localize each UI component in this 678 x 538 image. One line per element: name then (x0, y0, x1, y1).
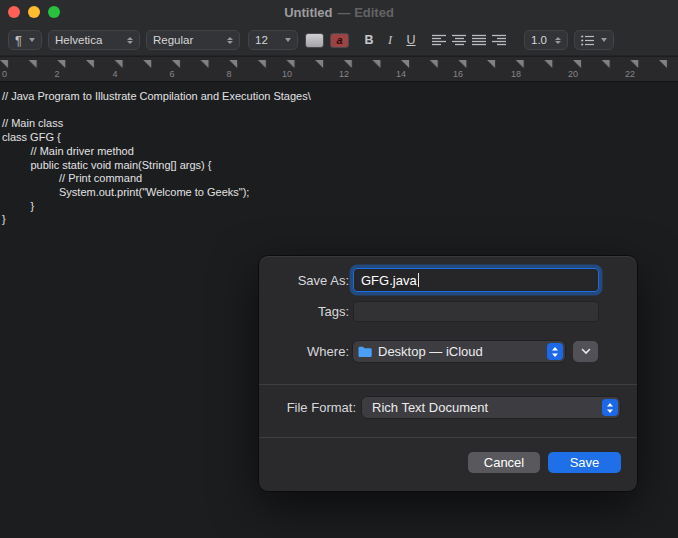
paragraph-style-popup[interactable]: ¶ (8, 30, 42, 50)
align-right-button[interactable] (492, 30, 507, 50)
tab-stop-markers[interactable] (0, 59, 678, 69)
where-value: Desktop — iCloud (378, 344, 547, 359)
chevron-up-down-icon (227, 37, 233, 44)
code-line: // Java Program to Illustrate Compilatio… (2, 90, 678, 104)
where-popup[interactable]: Desktop — iCloud (353, 341, 565, 362)
ruler-number: 22 (625, 69, 635, 79)
expand-dialog-button[interactable] (573, 341, 598, 362)
file-format-value: Rich Text Document (372, 400, 602, 415)
list-style-popup[interactable] (574, 30, 614, 50)
ruler-number: 16 (453, 69, 463, 79)
ruler-number: 20 (568, 69, 578, 79)
font-family-popup[interactable]: Helvetica (48, 30, 140, 50)
align-left-icon (432, 34, 447, 46)
code-line: } (2, 213, 678, 227)
save-as-label: Save As: (259, 273, 349, 288)
text-color-well[interactable] (305, 30, 324, 50)
where-label: Where: (259, 344, 349, 359)
align-right-icon (492, 34, 507, 46)
code-line (2, 104, 678, 118)
code-line: // Main class (2, 117, 678, 131)
font-size-value: 12 (255, 34, 268, 46)
chevron-down-icon (601, 38, 607, 42)
font-style-value: Regular (153, 34, 193, 46)
font-size-popup[interactable]: 12 (248, 30, 298, 50)
chevron-down-icon (581, 348, 591, 355)
tags-label: Tags: (259, 304, 349, 319)
underline-button[interactable]: U (402, 30, 420, 50)
format-toolbar: ¶ Helvetica Regular 12 a B I U (0, 24, 678, 56)
ruler-number: 14 (396, 69, 406, 79)
chevron-up-down-icon (547, 343, 563, 360)
text-color-swatch-icon (305, 33, 324, 48)
chevron-up-down-icon (555, 37, 561, 44)
code-line: public static void main(String[] args) { (2, 159, 678, 173)
font-style-popup[interactable]: Regular (146, 30, 240, 50)
cancel-button[interactable]: Cancel (468, 452, 540, 473)
file-format-popup[interactable]: Rich Text Document (362, 397, 620, 418)
align-justify-icon (472, 34, 487, 46)
divider (259, 384, 637, 385)
ruler-number: 2 (54, 69, 59, 79)
divider (259, 437, 637, 438)
list-bullets-icon (581, 35, 595, 46)
ruler-number: 6 (169, 69, 174, 79)
align-center-icon (452, 34, 467, 46)
chevron-up-down-icon (127, 37, 133, 44)
line-spacing-popup[interactable]: 1.0 (524, 30, 568, 50)
highlight-color-swatch-icon: a (330, 33, 349, 48)
align-left-button[interactable] (432, 30, 447, 50)
align-justify-button[interactable] (472, 30, 487, 50)
save-button[interactable]: Save (548, 452, 621, 473)
code-line: System.out.print("Welcome to Geeks"); (2, 186, 678, 200)
save-as-input[interactable]: GFG.java (353, 268, 599, 292)
file-format-label: File Format: (259, 400, 356, 415)
ruler-number: 0 (2, 69, 7, 79)
chevron-up-down-icon (602, 399, 618, 416)
ruler-number: 4 (112, 69, 117, 79)
paragraph-icon: ¶ (15, 33, 22, 48)
highlight-color-well[interactable]: a (330, 30, 349, 50)
line-spacing-value: 1.0 (531, 34, 547, 46)
title-bar: Untitled — Edited (0, 0, 678, 24)
ruler-number: 12 (339, 69, 349, 79)
italic-button[interactable]: I (383, 30, 397, 50)
code-line: } (2, 200, 678, 214)
code-line: class GFG { (2, 131, 678, 145)
align-center-button[interactable] (452, 30, 467, 50)
document-title: Untitled (284, 5, 332, 20)
code-line: // Print command (2, 172, 678, 186)
text-caret (418, 273, 419, 287)
chevron-down-icon (285, 38, 291, 42)
textedit-window: Untitled — Edited ¶ Helvetica Regular 12… (0, 0, 678, 538)
folder-icon (358, 346, 373, 358)
chevron-down-icon (29, 38, 35, 42)
ruler-number: 8 (226, 69, 231, 79)
ruler-number: 10 (282, 69, 292, 79)
ruler[interactable]: 0 2 4 6 8 10 12 14 16 18 20 22 (0, 57, 678, 82)
bold-button[interactable]: B (360, 30, 378, 50)
font-family-value: Helvetica (55, 34, 102, 46)
ruler-number: 18 (511, 69, 521, 79)
save-dialog: Save As: GFG.java Tags: Where: Desktop —… (258, 255, 638, 492)
save-as-value: GFG.java (361, 273, 417, 288)
window-title: Untitled — Edited (0, 0, 678, 24)
code-line: // Main driver method (2, 145, 678, 159)
edited-indicator: — Edited (338, 5, 394, 20)
tags-input[interactable] (353, 301, 599, 322)
